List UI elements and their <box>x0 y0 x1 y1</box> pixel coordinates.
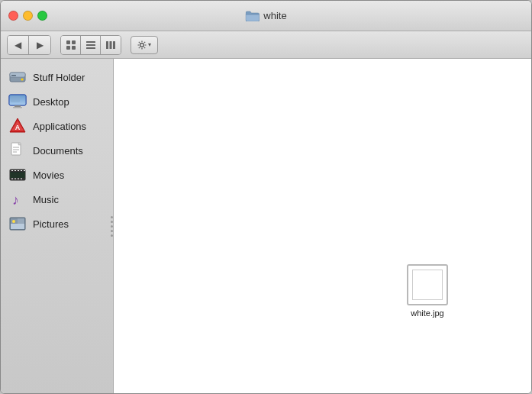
svg-rect-19 <box>13 107 22 108</box>
window-title-text: white <box>263 10 286 21</box>
list-view-button[interactable] <box>81 36 101 54</box>
svg-rect-9 <box>113 41 115 49</box>
sidebar-item-documents[interactable]: Documents <box>1 138 113 163</box>
svg-point-13 <box>21 79 24 81</box>
action-dropdown-arrow: ▾ <box>148 41 151 48</box>
sidebar-item-label: Stuff Holder <box>33 72 85 83</box>
icon-view-icon <box>66 40 76 50</box>
minimize-button[interactable] <box>23 11 33 21</box>
svg-rect-17 <box>11 96 20 102</box>
movies-icon <box>8 166 27 184</box>
svg-rect-3 <box>72 46 76 50</box>
svg-rect-29 <box>11 170 13 171</box>
sidebar-item-label: Documents <box>33 145 83 157</box>
sidebar-item-pictures[interactable]: Pictures <box>1 212 113 236</box>
svg-point-10 <box>140 43 144 47</box>
svg-rect-4 <box>86 41 95 43</box>
applications-icon: A <box>8 117 27 135</box>
sidebar-item-label: Movies <box>33 170 64 181</box>
documents-icon <box>8 141 27 160</box>
sidebar-item-applications[interactable]: A Applications <box>1 114 113 138</box>
action-button[interactable]: ▾ <box>131 36 158 54</box>
svg-rect-31 <box>18 170 19 171</box>
sidebar-item-music[interactable]: ♪ Music <box>1 187 113 212</box>
svg-rect-51 <box>18 218 24 224</box>
svg-point-53 <box>12 220 15 223</box>
file-label: white.jpg <box>411 308 443 318</box>
sidebar-item-label: Desktop <box>33 96 69 108</box>
title-folder-icon <box>245 11 259 21</box>
svg-rect-0 <box>66 40 70 44</box>
list-view-icon <box>85 40 96 50</box>
nav-buttons: ◀ ▶ <box>7 35 51 55</box>
svg-rect-5 <box>86 44 95 46</box>
sidebar-item-label: Pictures <box>33 218 69 230</box>
svg-text:A: A <box>15 124 21 131</box>
file-thumbnail <box>407 264 448 305</box>
maximize-button[interactable] <box>37 11 47 21</box>
sidebar-item-label: Applications <box>33 121 86 132</box>
svg-rect-37 <box>18 179 19 179</box>
svg-rect-52 <box>11 224 24 229</box>
svg-rect-38 <box>21 179 22 179</box>
column-view-icon <box>105 40 116 50</box>
svg-rect-8 <box>110 41 112 49</box>
svg-rect-35 <box>11 179 13 179</box>
sidebar-item-stuff-holder[interactable]: Stuff Holder <box>1 65 113 89</box>
music-icon: ♪ <box>8 190 27 208</box>
svg-rect-6 <box>86 47 95 49</box>
file-item-white-jpg[interactable]: white.jpg <box>404 261 451 321</box>
window-title: white <box>245 10 286 21</box>
svg-text:♪: ♪ <box>12 192 19 208</box>
traffic-lights <box>8 11 47 21</box>
svg-rect-18 <box>15 105 21 107</box>
svg-rect-14 <box>11 75 16 76</box>
svg-rect-33 <box>24 170 25 171</box>
sidebar-item-desktop[interactable]: Desktop <box>1 89 113 114</box>
sidebar-item-movies[interactable]: Movies <box>1 163 113 187</box>
icon-view-button[interactable] <box>61 36 81 54</box>
pictures-icon <box>8 215 27 233</box>
file-thumbnail-content <box>412 270 443 300</box>
sidebar-resize-handle[interactable] <box>110 59 113 393</box>
svg-rect-7 <box>106 41 108 49</box>
toolbar: ◀ ▶ <box>1 31 531 59</box>
hdd-icon <box>8 68 27 86</box>
close-button[interactable] <box>8 11 18 21</box>
svg-rect-2 <box>66 46 70 50</box>
gear-icon <box>137 40 147 50</box>
sidebar-item-label: Music <box>33 194 59 205</box>
column-view-button[interactable] <box>101 36 121 54</box>
view-buttons <box>60 35 121 55</box>
file-area[interactable]: white.jpg <box>114 59 531 393</box>
svg-rect-32 <box>21 170 22 171</box>
forward-button[interactable]: ▶ <box>29 36 50 54</box>
sidebar: Stuff Holder <box>1 59 114 393</box>
back-button[interactable]: ◀ <box>8 36 29 54</box>
svg-rect-46 <box>10 172 25 178</box>
desktop-icon <box>8 92 27 111</box>
finder-window: white ◀ ▶ <box>0 0 532 394</box>
main-content: Stuff Holder <box>1 59 531 393</box>
title-bar: white <box>1 1 531 31</box>
svg-rect-36 <box>15 179 16 179</box>
svg-rect-30 <box>15 170 16 171</box>
svg-rect-1 <box>72 40 76 44</box>
